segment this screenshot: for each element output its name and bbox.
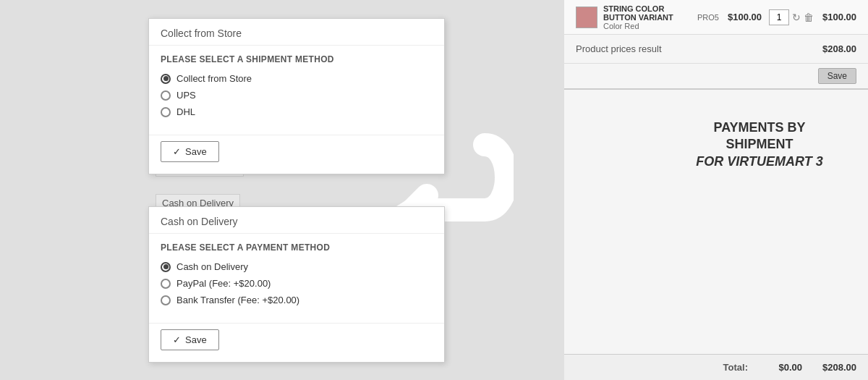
promo-line1: Payments by Shipment — [680, 119, 839, 153]
collect-option-store-label: Collect from Store — [176, 73, 252, 84]
collect-save-label: Save — [185, 146, 207, 157]
cash-option-bank[interactable]: Bank Transfer (Fee: +$20.00) — [161, 295, 433, 305]
collect-panel-options: Collect from Store UPS DHL — [149, 70, 444, 132]
product-variant: Color Red — [603, 22, 692, 30]
collect-option-ups-label: UPS — [176, 90, 196, 101]
collect-option-dhl-label: DHL — [176, 106, 195, 117]
collect-option-store[interactable]: Collect from Store — [161, 73, 433, 84]
price-result-row: Product prices result $208.00 — [564, 35, 868, 64]
price-result-value: $208.00 — [822, 43, 856, 54]
cash-save-button[interactable]: ✓ Save — [161, 329, 219, 350]
product-sku: PRO5 — [697, 13, 719, 22]
collect-panel-footer: ✓ Save — [149, 135, 444, 174]
product-price: $100.00 — [728, 12, 762, 22]
product-name: STRING COLOR BUTTON VARIANT — [603, 4, 692, 22]
cash-radio-bank[interactable] — [161, 295, 171, 305]
collect-save-checkmark: ✓ — [173, 146, 181, 157]
right-save-row: Save — [564, 64, 868, 90]
collect-radio-store[interactable] — [161, 74, 171, 84]
delete-icon[interactable]: 🗑 — [804, 12, 814, 23]
refresh-icon[interactable]: ↻ — [792, 12, 801, 23]
collect-panel: Collect from Store PLEASE SELECT A SHIPM… — [148, 18, 445, 174]
promo-line2: For VirtueMart 3 — [680, 153, 839, 170]
cash-option-cod[interactable]: Cash on Delivery — [161, 261, 433, 272]
cash-panel-options: Cash on Delivery PayPal (Fee: +$20.00) B… — [149, 258, 444, 320]
collect-panel-subtitle: PLEASE SELECT A SHIPMENT METHOD — [149, 46, 444, 70]
cash-option-bank-label: Bank Transfer (Fee: +$20.00) — [176, 295, 299, 305]
right-column: STRING COLOR BUTTON VARIANT Color Red PR… — [564, 0, 868, 380]
collect-radio-ups[interactable] — [161, 90, 171, 101]
total-row: Total: $0.00 $208.00 — [564, 354, 868, 380]
product-row: STRING COLOR BUTTON VARIANT Color Red PR… — [564, 0, 868, 35]
cash-panel-subtitle: PLEASE SELECT A PAYMENT METHOD — [149, 234, 444, 258]
cash-panel-footer: ✓ Save — [149, 323, 444, 362]
cash-save-label: Save — [185, 334, 207, 345]
cash-option-paypal[interactable]: PayPal (Fee: +$20.00) — [161, 278, 433, 289]
product-info: STRING COLOR BUTTON VARIANT Color Red — [603, 4, 692, 30]
collect-option-dhl[interactable]: DHL — [161, 106, 433, 117]
cash-radio-paypal[interactable] — [161, 279, 171, 289]
price-result-label: Product prices result — [576, 43, 662, 54]
total-price-value: $208.00 — [817, 362, 856, 373]
total-label: Total: — [723, 362, 748, 373]
cash-radio-cod[interactable] — [161, 262, 171, 272]
cash-panel: Cash on Delivery PLEASE SELECT A PAYMENT… — [148, 206, 445, 363]
cash-save-checkmark: ✓ — [173, 334, 181, 345]
promo-text: Payments by Shipment For VirtueMart 3 — [680, 119, 839, 170]
total-ship-value: $0.00 — [762, 362, 802, 373]
collect-option-ups[interactable]: UPS — [161, 90, 433, 101]
collect-save-button[interactable]: ✓ Save — [161, 141, 219, 162]
cash-option-paypal-label: PayPal (Fee: +$20.00) — [176, 278, 271, 289]
collect-panel-title: Collect from Store — [149, 19, 444, 46]
cash-option-cod-label: Cash on Delivery — [176, 261, 248, 272]
line-total: $100.00 — [822, 12, 856, 22]
product-image — [576, 7, 597, 28]
collect-radio-dhl[interactable] — [161, 107, 171, 117]
cash-panel-title: Cash on Delivery — [149, 207, 444, 234]
quantity-input[interactable] — [769, 9, 789, 25]
right-save-button[interactable]: Save — [818, 68, 856, 84]
